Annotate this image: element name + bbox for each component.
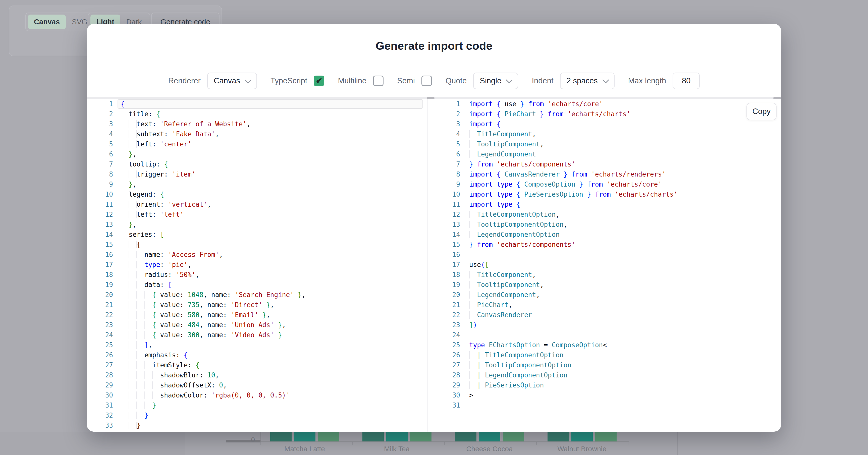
line-number: 21 xyxy=(428,300,460,310)
code-text xyxy=(460,330,469,340)
semi-label: Semi xyxy=(397,76,415,85)
renderer-group: RendererCanvas xyxy=(168,72,257,89)
code-line: 8 trigger: 'item' xyxy=(87,169,428,179)
axis-tick xyxy=(352,442,353,445)
code-line: 19 TooltipComponent, xyxy=(428,280,774,290)
code-text: title: { xyxy=(113,109,160,119)
code-line: 29 shadowOffsetX: 0, xyxy=(87,380,428,390)
quote-label: Quote xyxy=(445,76,467,85)
line-number: 3 xyxy=(428,119,460,129)
line-number: 30 xyxy=(428,390,460,400)
code-line: 2 title: { xyxy=(87,109,428,119)
code-line: 4 TitleComponent, xyxy=(428,129,774,139)
max-length-input[interactable]: 80 xyxy=(673,72,700,89)
code-text: use([ xyxy=(460,260,489,270)
semi-group: Semi xyxy=(397,75,432,86)
indent-value: 2 spaces xyxy=(567,76,598,85)
code-line: 7 tooltip: { xyxy=(87,159,428,169)
code-text: { value: 300, name: 'Video Ads' } xyxy=(113,330,282,340)
code-line: 21 { value: 735, name: 'Direct' }, xyxy=(87,300,428,310)
code-text: > xyxy=(460,390,473,400)
line-number: 3 xyxy=(87,119,113,129)
max-length-label: Max length xyxy=(628,76,666,85)
line-number: 28 xyxy=(428,370,460,380)
code-text: | LegendComponentOption xyxy=(460,370,567,380)
line-number: 33 xyxy=(87,420,113,430)
code-line: 10 legend: { xyxy=(87,189,428,199)
line-number: 4 xyxy=(87,129,113,139)
code-text: | TooltipComponentOption xyxy=(460,360,571,370)
quote-group: QuoteSingle xyxy=(445,72,518,89)
indent-label: Indent xyxy=(532,76,553,85)
line-number: 23 xyxy=(428,320,460,330)
line-number: 19 xyxy=(87,280,113,290)
line-number: 2 xyxy=(87,109,113,119)
renderer-select[interactable]: Canvas xyxy=(207,72,257,89)
code-line: 11 orient: 'vertical', xyxy=(87,199,428,209)
code-text: import { xyxy=(460,119,501,129)
tab-canvas[interactable]: Canvas xyxy=(28,14,66,29)
line-number: 32 xyxy=(87,410,113,420)
typescript-group: TypeScript✔ xyxy=(271,75,324,86)
code-text: { xyxy=(113,99,125,109)
code-text: trigger: 'item' xyxy=(113,169,195,179)
multiline-checkbox[interactable] xyxy=(373,75,383,86)
renderer-value: Canvas xyxy=(214,76,240,85)
code-text xyxy=(460,400,469,410)
line-number: 8 xyxy=(428,169,460,179)
code-text: } from 'echarts/components' xyxy=(460,239,576,250)
code-text: left: 'center' xyxy=(113,139,192,149)
code-text: shadowBlur: 10, xyxy=(113,370,219,380)
code-text: text: 'Referer of a Website', xyxy=(113,119,251,129)
code-text: itemStyle: { xyxy=(113,360,199,370)
code-line: 30 shadowColor: 'rgba(0, 0, 0, 0.5)' xyxy=(87,390,428,400)
code-line: 26 emphasis: { xyxy=(87,350,428,360)
line-number: 18 xyxy=(87,270,113,280)
code-line: 6 }, xyxy=(87,149,428,159)
line-number: 12 xyxy=(87,209,113,220)
code-line: 9 }, xyxy=(87,179,428,189)
code-text: PieChart, xyxy=(460,300,513,310)
right-panel-scrollbar-thumb[interactable] xyxy=(773,97,781,99)
code-text: import { use } from 'echarts/core' xyxy=(460,99,603,109)
code-line: 7} from 'echarts/components' xyxy=(428,159,774,169)
left-panel-scrollbar-thumb[interactable] xyxy=(427,97,434,99)
copy-button[interactable]: Copy xyxy=(746,103,777,120)
code-line: 24 { value: 300, name: 'Video Ads' } xyxy=(87,330,428,340)
backdrop-pane-divider xyxy=(185,432,185,455)
code-line: 17 type: 'pie', xyxy=(87,260,428,270)
code-text: }, xyxy=(113,220,136,229)
code-text: LegendComponent xyxy=(460,149,536,159)
code-text: type EChartsOption = ComposeOption< xyxy=(460,340,607,350)
code-text: LegendComponent, xyxy=(460,290,540,300)
semi-checkbox[interactable] xyxy=(422,75,432,86)
code-text: import type { xyxy=(460,199,520,209)
multiline-group: Multiline xyxy=(338,75,383,86)
chevron-down-icon xyxy=(602,76,609,84)
screen: Canvas SVG Light Dark Generate code 0 Ma… xyxy=(0,0,868,455)
line-number: 30 xyxy=(87,390,113,400)
code-text: CanvasRenderer xyxy=(460,310,532,320)
code-line: 28 | LegendComponentOption xyxy=(428,370,774,380)
line-number: 17 xyxy=(428,260,460,270)
line-number: 13 xyxy=(87,220,113,229)
code-line: 31 xyxy=(428,400,774,410)
code-line: 22 CanvasRenderer xyxy=(428,310,774,320)
line-number: 6 xyxy=(87,149,113,159)
line-number: 9 xyxy=(87,179,113,189)
line-number: 7 xyxy=(428,159,460,169)
chevron-down-icon xyxy=(245,76,251,84)
code-line: 16 name: 'Access From', xyxy=(87,250,428,260)
line-number: 1 xyxy=(87,99,113,109)
axis-tick xyxy=(260,442,261,445)
code-text: { value: 1048, name: 'Search Engine' }, xyxy=(113,290,306,300)
line-number: 20 xyxy=(428,290,460,300)
quote-select[interactable]: Single xyxy=(473,72,518,89)
line-number: 25 xyxy=(87,340,113,350)
typescript-checkbox[interactable]: ✔ xyxy=(314,75,324,86)
line-number: 26 xyxy=(428,350,460,360)
indent-select[interactable]: 2 spaces xyxy=(560,72,615,89)
line-number: 31 xyxy=(87,400,113,410)
line-number: 8 xyxy=(87,169,113,179)
code-text: }, xyxy=(113,149,136,159)
